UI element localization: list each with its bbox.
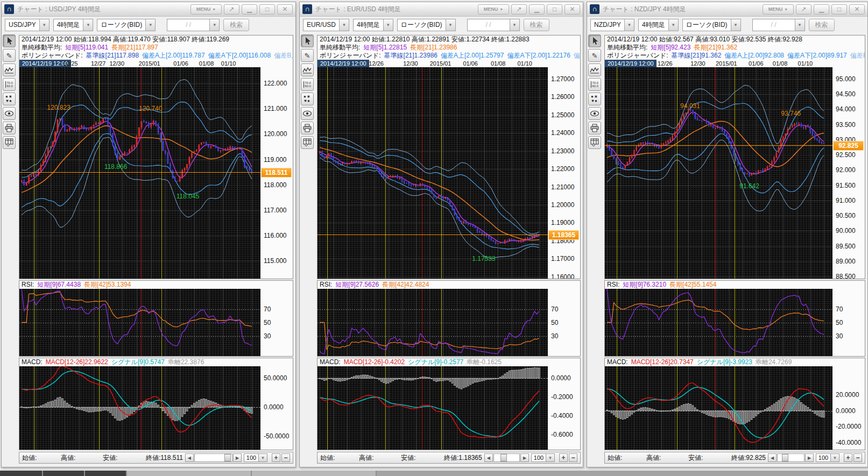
price-scale-tool[interactable]: 70.060.0 bbox=[588, 78, 601, 91]
zoom-out-button[interactable]: − bbox=[853, 453, 862, 462]
chevron-down-icon[interactable]: ▼ bbox=[731, 19, 740, 31]
chevron-down-icon[interactable]: ▼ bbox=[39, 19, 49, 31]
candle-count-select[interactable]: 100▼ bbox=[244, 453, 267, 462]
timeframe-select[interactable]: 4時間足▼ bbox=[53, 19, 94, 31]
chevron-down-icon[interactable]: ▼ bbox=[339, 19, 349, 31]
taskbar-item[interactable] bbox=[127, 471, 251, 476]
maximize-button[interactable]: □ bbox=[547, 4, 562, 15]
symbols-tool[interactable]: ●★♥● bbox=[3, 93, 16, 105]
pointer-tool[interactable] bbox=[301, 34, 314, 47]
price-axis[interactable]: 1.270001.260001.250001.240001.230001.220… bbox=[548, 67, 580, 279]
rsi-chart-canvas[interactable] bbox=[605, 289, 832, 356]
price-axis[interactable]: 95.00094.50094.00093.50093.00092.50092.0… bbox=[832, 67, 865, 279]
rsi-chart-canvas[interactable] bbox=[19, 289, 260, 356]
pair-select[interactable]: EUR/USD▼ bbox=[303, 19, 349, 31]
chevron-down-icon[interactable]: ▼ bbox=[209, 19, 219, 31]
taskbar-item[interactable] bbox=[85, 471, 126, 476]
taskbar-item[interactable] bbox=[377, 471, 868, 476]
scroll-right-icon[interactable]: ▶ bbox=[805, 453, 814, 462]
main-chart[interactable] bbox=[317, 67, 548, 279]
pointer-tool[interactable] bbox=[588, 34, 601, 47]
main-chart[interactable] bbox=[605, 67, 832, 279]
close-button[interactable]: ✕ bbox=[277, 4, 293, 15]
search-button[interactable]: 検索 bbox=[524, 19, 549, 31]
titlebar[interactable]: ∩ チャート : NZD/JPY 4時間足 MENU▼ ↗ ▁ □ ✕ bbox=[587, 2, 867, 17]
scroll-left-icon[interactable]: ◀ bbox=[768, 453, 777, 462]
chevron-down-icon[interactable]: ▼ bbox=[145, 19, 155, 31]
indicator-tool[interactable] bbox=[301, 63, 314, 76]
chevron-down-icon[interactable]: ▼ bbox=[795, 19, 805, 31]
zoom-in-button[interactable]: + bbox=[844, 453, 852, 462]
rsi-chart[interactable] bbox=[317, 289, 548, 356]
scrollbar-track[interactable] bbox=[777, 453, 805, 462]
date-input[interactable]: / /▼ bbox=[167, 19, 220, 31]
macd-chart-canvas[interactable] bbox=[317, 366, 548, 450]
visibility-tool[interactable] bbox=[588, 107, 601, 120]
visibility-tool[interactable] bbox=[3, 107, 16, 120]
menu-button[interactable]: MENU▼ bbox=[763, 4, 794, 15]
chart-type-select[interactable]: ローソク(BID)▼ bbox=[97, 19, 156, 31]
price-scale-tool[interactable]: 70.060.0 bbox=[301, 78, 314, 91]
macd-chart-canvas[interactable] bbox=[19, 366, 260, 450]
chevron-down-icon[interactable]: ▼ bbox=[624, 19, 634, 31]
titlebar[interactable]: ∩ チャート : USD/JPY 4時間足 MENU▼ ↗ ▁ □ ✕ bbox=[2, 2, 295, 17]
menu-button[interactable]: MENU▼ bbox=[478, 4, 509, 15]
timeframe-select[interactable]: 4時間足▼ bbox=[353, 19, 393, 31]
rsi-chart[interactable] bbox=[605, 289, 832, 356]
candle-count-select[interactable]: 100▼ bbox=[816, 453, 839, 462]
minimize-button[interactable]: ▁ bbox=[814, 4, 829, 15]
pair-select[interactable]: USD/JPY▼ bbox=[5, 19, 50, 31]
chevron-down-icon[interactable]: ▼ bbox=[510, 19, 519, 31]
main-chart-canvas[interactable] bbox=[19, 67, 260, 279]
date-input[interactable]: / /▼ bbox=[467, 19, 520, 31]
popout-icon[interactable]: ↗ bbox=[224, 4, 239, 15]
search-button[interactable]: 検索 bbox=[809, 19, 835, 31]
chart-type-select[interactable]: ローソク(BID)▼ bbox=[682, 19, 741, 31]
menu-button[interactable]: MENU▼ bbox=[190, 4, 222, 15]
close-button[interactable]: ✕ bbox=[849, 4, 865, 15]
scroll-right-icon[interactable]: ▶ bbox=[233, 453, 242, 462]
chevron-down-icon[interactable]: ▼ bbox=[83, 19, 93, 31]
scrollbar-track[interactable] bbox=[493, 453, 520, 462]
candle-count-select[interactable]: 100▼ bbox=[531, 453, 555, 462]
chevron-down-icon[interactable]: ▼ bbox=[668, 19, 678, 31]
close-button[interactable]: ✕ bbox=[564, 4, 580, 15]
price-scale-tool[interactable]: 70.060.0 bbox=[3, 78, 16, 91]
price-axis[interactable]: 122.000121.000120.000119.000118.000117.0… bbox=[260, 67, 293, 279]
visibility-tool[interactable] bbox=[301, 107, 314, 120]
chart-scrollbar[interactable]: ◀ ▶ bbox=[484, 453, 529, 462]
titlebar[interactable]: ∩ チャート : EUR/USD 4時間足 MENU▼ ↗ ▁ □ ✕ bbox=[300, 2, 583, 17]
rsi-chart-canvas[interactable] bbox=[317, 289, 548, 356]
main-chart[interactable] bbox=[19, 67, 260, 279]
chevron-down-icon[interactable]: ▼ bbox=[546, 453, 555, 462]
zoom-in-button[interactable]: + bbox=[272, 453, 280, 462]
symbols-tool[interactable]: ●★♥● bbox=[588, 93, 601, 105]
popout-icon[interactable]: ↗ bbox=[796, 4, 811, 15]
taskbar-item[interactable] bbox=[43, 471, 84, 476]
minimize-button[interactable]: ▁ bbox=[529, 4, 545, 15]
save-grid-tool[interactable] bbox=[301, 136, 314, 149]
chevron-down-icon[interactable]: ▼ bbox=[446, 19, 455, 31]
scrollbar-thumb[interactable] bbox=[224, 454, 231, 461]
scroll-right-icon[interactable]: ▶ bbox=[520, 453, 529, 462]
indicator-tool[interactable] bbox=[588, 63, 601, 76]
maximize-button[interactable]: □ bbox=[259, 4, 275, 15]
chart-type-select[interactable]: ローソク(BID)▼ bbox=[397, 19, 456, 31]
macd-chart[interactable] bbox=[317, 366, 548, 450]
draw-tool[interactable]: ✎ bbox=[588, 49, 601, 62]
print-tool[interactable] bbox=[588, 122, 601, 134]
pointer-tool[interactable] bbox=[3, 34, 16, 47]
macd-chart[interactable] bbox=[19, 366, 260, 450]
zoom-in-button[interactable]: + bbox=[559, 453, 568, 462]
chart-scrollbar[interactable]: ◀ ▶ bbox=[185, 453, 242, 462]
rsi-chart[interactable] bbox=[19, 289, 260, 356]
zoom-out-button[interactable]: − bbox=[281, 453, 290, 462]
zoom-out-button[interactable]: − bbox=[569, 453, 577, 462]
print-tool[interactable] bbox=[3, 122, 16, 134]
scrollbar-thumb[interactable] bbox=[782, 454, 788, 461]
scrollbar-track[interactable] bbox=[194, 453, 232, 462]
pair-select[interactable]: NZD/JPY▼ bbox=[590, 19, 634, 31]
draw-tool[interactable]: ✎ bbox=[301, 49, 314, 62]
indicator-tool[interactable] bbox=[3, 63, 16, 76]
search-button[interactable]: 検索 bbox=[223, 19, 249, 31]
